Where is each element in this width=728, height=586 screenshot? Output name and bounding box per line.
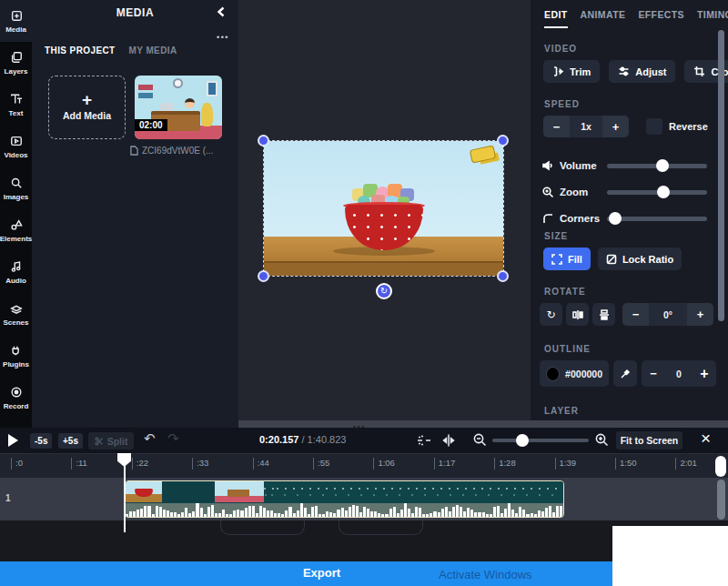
sidebar-item-media[interactable]: Media bbox=[0, 0, 32, 42]
sidebar-item-audio[interactable]: Audio bbox=[0, 251, 32, 293]
timeline-ruler[interactable]: :0:11:22:33:44:551:061:171:281:391:502:0… bbox=[0, 453, 728, 478]
timeline-resize-divider[interactable]: ••• bbox=[238, 420, 728, 428]
sidebar-item-label: Videos bbox=[4, 151, 27, 159]
collapse-panel-icon[interactable] bbox=[215, 5, 229, 20]
volume-row: Volume bbox=[531, 155, 728, 177]
volume-slider-knob[interactable] bbox=[656, 159, 669, 172]
zoom-row: Zoom bbox=[531, 181, 728, 203]
sidebar-item-label: Record bbox=[4, 402, 29, 410]
clip-waveform bbox=[126, 503, 563, 517]
rotate-handle[interactable]: ↻ bbox=[376, 283, 392, 299]
tab-this-project[interactable]: THIS PROJECT bbox=[45, 45, 116, 56]
add-media-button[interactable]: + Add Media bbox=[48, 76, 126, 139]
timeline-zoom-slider[interactable] bbox=[492, 439, 589, 442]
outline-width-increase-button[interactable]: + bbox=[693, 360, 716, 387]
section-label-speed: SPEED bbox=[544, 99, 580, 109]
resize-handle-top-right[interactable] bbox=[497, 135, 509, 146]
back-5s-button[interactable]: -5s bbox=[30, 433, 52, 449]
section-label-video: VIDEO bbox=[544, 44, 577, 54]
tab-my-media[interactable]: MY MEDIA bbox=[129, 45, 177, 56]
ruler-tick: :44 bbox=[253, 458, 269, 470]
total-time: 1:40.823 bbox=[308, 434, 347, 445]
split-clip-icon[interactable] bbox=[416, 432, 434, 449]
resize-handle-bottom-right[interactable] bbox=[497, 270, 509, 282]
clip-thumbnail-segment bbox=[264, 481, 563, 502]
sidebar-item-scenes[interactable]: Scenes bbox=[0, 293, 32, 335]
trim-edges-icon[interactable] bbox=[440, 432, 459, 449]
sidebar-item-label: Layers bbox=[5, 67, 28, 76]
speed-decrease-button[interactable]: − bbox=[543, 116, 570, 137]
sidebar-item-text[interactable]: Text bbox=[0, 84, 32, 126]
speed-increase-button[interactable]: + bbox=[602, 116, 629, 137]
corners-slider[interactable] bbox=[607, 217, 707, 221]
thumbnail-art bbox=[138, 85, 153, 90]
sidebar-item-plugins[interactable]: Plugins bbox=[0, 335, 32, 377]
trim-icon bbox=[552, 66, 564, 77]
fit-to-screen-button[interactable]: Fit to Screen bbox=[616, 431, 682, 450]
timeline-clip[interactable] bbox=[125, 480, 564, 518]
export-button[interactable]: Export bbox=[0, 566, 643, 580]
timeline-scrollbar-track[interactable] bbox=[717, 480, 725, 520]
rotate-angle-stepper: − 0° + bbox=[622, 303, 713, 326]
outline-width-stepper: − 0 + bbox=[642, 360, 716, 387]
undo-button[interactable]: ↶ bbox=[144, 430, 156, 447]
tab-effects[interactable]: EFFECTS bbox=[638, 9, 684, 28]
images-search-icon bbox=[9, 177, 23, 190]
outline-color-button[interactable]: #000000 bbox=[540, 360, 609, 387]
layers-icon bbox=[9, 51, 23, 65]
zoom-out-icon[interactable] bbox=[472, 432, 489, 449]
more-options-icon[interactable]: ••• bbox=[217, 33, 229, 42]
redo-button[interactable]: ↷ bbox=[167, 430, 179, 447]
rotate-90-button[interactable]: ↻ bbox=[540, 303, 562, 326]
outline-width-decrease-button[interactable]: − bbox=[642, 360, 665, 387]
timeline-zoom-knob[interactable] bbox=[516, 434, 529, 447]
adjust-icon bbox=[618, 66, 630, 77]
ruler-tick: :55 bbox=[313, 458, 329, 470]
split-button[interactable]: Split bbox=[88, 432, 134, 450]
sidebar-item-images[interactable]: Images bbox=[0, 167, 32, 209]
tab-timing[interactable]: TIMING bbox=[697, 9, 728, 28]
eyedropper-button[interactable] bbox=[613, 360, 637, 387]
media-clip-thumbnail[interactable]: 02:00 bbox=[135, 76, 222, 139]
sidebar-item-videos[interactable]: Videos bbox=[0, 126, 32, 167]
clip-thumbnail-segment bbox=[126, 481, 162, 502]
timeline-scrollbar-thumb[interactable] bbox=[715, 456, 726, 477]
activate-windows-watermark: Activate Windows bbox=[439, 568, 532, 581]
track-number-label: 1 bbox=[5, 493, 11, 503]
sidebar-item-record[interactable]: Record bbox=[0, 377, 32, 419]
sidebar-item-layers[interactable]: Layers bbox=[0, 42, 32, 84]
tab-edit[interactable]: EDIT bbox=[544, 9, 568, 28]
speed-stepper: − 1x + bbox=[543, 116, 629, 137]
flip-horizontal-button[interactable] bbox=[566, 303, 589, 326]
resize-handle-top-left[interactable] bbox=[258, 135, 269, 146]
volume-slider[interactable] bbox=[607, 164, 707, 168]
lock-ratio-button[interactable]: Lock Ratio bbox=[598, 248, 682, 270]
forward-5s-button[interactable]: +5s bbox=[58, 433, 83, 449]
ruler-tick: :33 bbox=[192, 458, 208, 470]
adjust-button[interactable]: Adjust bbox=[609, 60, 675, 83]
rotate-increase-button[interactable]: + bbox=[687, 303, 713, 326]
media-tabs: THIS PROJECT MY MEDIA bbox=[45, 45, 177, 56]
zoom-slider[interactable] bbox=[607, 190, 707, 195]
file-icon bbox=[130, 146, 138, 156]
fill-button[interactable]: Fill bbox=[543, 248, 591, 270]
corners-row: Corners bbox=[531, 207, 728, 229]
rotate-decrease-button[interactable]: − bbox=[622, 303, 649, 326]
play-button[interactable] bbox=[8, 434, 18, 447]
resize-handle-bottom-left[interactable] bbox=[258, 270, 269, 282]
ruler-tick: :0 bbox=[11, 458, 23, 470]
reverse-checkbox[interactable] bbox=[646, 118, 662, 135]
video-preview[interactable] bbox=[264, 141, 503, 276]
thumbnail-art bbox=[207, 81, 217, 96]
zoom-in-icon[interactable] bbox=[594, 432, 611, 449]
close-timeline-icon[interactable]: × bbox=[701, 429, 711, 449]
flip-vertical-button[interactable] bbox=[592, 303, 615, 326]
tab-animate[interactable]: ANIMATE bbox=[581, 9, 626, 28]
sidebar-item-elements[interactable]: Elements bbox=[0, 209, 32, 251]
sidebar-item-label: Text bbox=[9, 109, 24, 117]
zoom-slider-knob[interactable] bbox=[657, 186, 670, 198]
corners-slider-knob[interactable] bbox=[609, 212, 622, 225]
panel-scrollbar[interactable] bbox=[718, 30, 724, 321]
trim-button[interactable]: Trim bbox=[543, 60, 600, 83]
lock-ratio-icon bbox=[606, 254, 617, 265]
